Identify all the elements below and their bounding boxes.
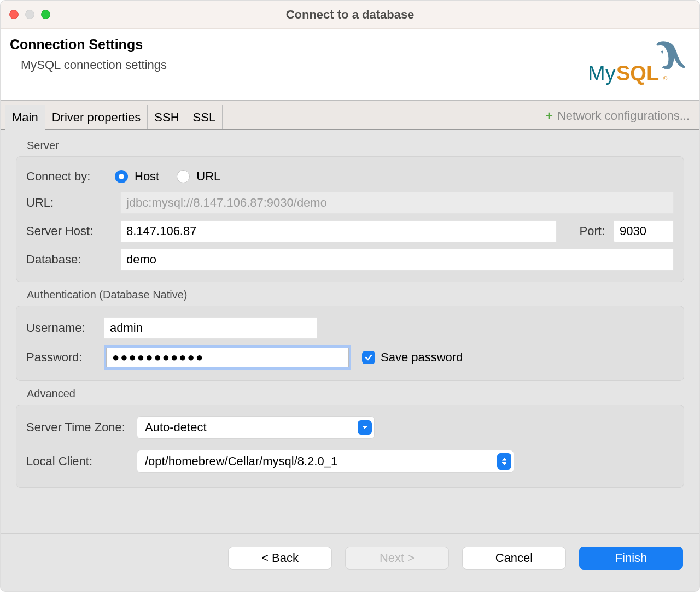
database-label: Database:	[26, 253, 114, 267]
local-client-select[interactable]: /opt/homebrew/Cellar/mysql/8.2.0_1	[137, 450, 514, 473]
titlebar: Connect to a database	[1, 1, 699, 29]
dialog-header: Connection Settings MySQL connection set…	[1, 29, 699, 100]
save-password-label: Save password	[381, 350, 463, 365]
connect-by-label: Connect by:	[26, 169, 108, 184]
window-title: Connect to a database	[1, 8, 699, 22]
svg-text:®: ®	[663, 75, 668, 81]
page-title: Connection Settings	[10, 37, 167, 52]
maximize-window-button[interactable]	[41, 10, 50, 19]
host-row: Server Host: Port:	[24, 217, 676, 245]
tab-driver-properties[interactable]: Driver properties	[45, 105, 148, 129]
auth-group: Username: Password: Save password	[16, 306, 684, 381]
dialog-window: Connect to a database Connection Setting…	[0, 0, 700, 592]
url-row: URL:	[24, 189, 676, 217]
timezone-select[interactable]: Auto-detect	[137, 416, 375, 439]
cancel-button[interactable]: Cancel	[462, 547, 566, 570]
checkbox-icon	[362, 351, 375, 364]
advanced-group: Server Time Zone: Auto-detect Local Clie…	[16, 405, 684, 488]
password-label: Password:	[26, 350, 97, 365]
timezone-label: Server Time Zone:	[26, 420, 130, 435]
port-field[interactable]	[614, 220, 674, 242]
auth-group-label: Authentication (Database Native)	[7, 282, 693, 306]
header-text: Connection Settings MySQL connection set…	[10, 37, 167, 72]
local-client-value: /opt/homebrew/Cellar/mysql/8.2.0_1	[145, 454, 497, 468]
host-field[interactable]	[120, 220, 557, 242]
window-controls	[9, 10, 50, 19]
close-window-button[interactable]	[9, 10, 19, 19]
password-field[interactable]	[106, 348, 349, 367]
radio-url[interactable]: URL	[177, 169, 220, 184]
minimize-window-button[interactable]	[25, 10, 34, 19]
advanced-group-label: Advanced	[7, 381, 693, 405]
network-configurations-button[interactable]: + Network configurations...	[545, 108, 690, 129]
username-label: Username:	[26, 321, 97, 335]
username-row: Username:	[24, 314, 676, 342]
tab-main[interactable]: Main	[5, 105, 45, 130]
radio-icon	[177, 170, 190, 183]
main-content: Server Connect by: Host URL URL: Server …	[1, 130, 699, 533]
port-label: Port:	[563, 224, 607, 238]
page-subtitle: MySQL connection settings	[21, 58, 167, 72]
connect-by-row: Connect by: Host URL	[24, 165, 676, 189]
server-group: Connect by: Host URL URL: Server Host: P…	[16, 156, 684, 282]
radio-icon	[115, 170, 128, 183]
mysql-logo: My SQL ®	[588, 37, 686, 90]
next-button: Next >	[345, 547, 449, 570]
plus-icon: +	[545, 108, 553, 124]
dialog-footer: < Back Next > Cancel Finish	[1, 533, 699, 591]
username-field[interactable]	[104, 317, 317, 339]
back-button[interactable]: < Back	[228, 547, 332, 570]
up-down-icon	[497, 453, 511, 470]
password-row: Password: Save password	[24, 342, 676, 373]
svg-text:My: My	[588, 62, 616, 85]
local-client-row: Local Client: /opt/homebrew/Cellar/mysql…	[24, 442, 676, 476]
save-password-checkbox[interactable]: Save password	[358, 350, 463, 365]
timezone-value: Auto-detect	[145, 420, 358, 435]
database-row: Database:	[24, 245, 676, 274]
tabs-row: Main Driver properties SSH SSL + Network…	[1, 100, 699, 130]
password-focus-ring	[104, 345, 351, 370]
timezone-row: Server Time Zone: Auto-detect	[24, 413, 676, 442]
tab-ssh[interactable]: SSH	[148, 105, 186, 129]
svg-text:SQL: SQL	[616, 62, 659, 85]
url-field	[120, 192, 674, 214]
server-group-label: Server	[7, 133, 693, 156]
host-label: Server Host:	[26, 224, 114, 238]
radio-url-label: URL	[196, 169, 220, 184]
local-client-label: Local Client:	[26, 454, 130, 468]
url-label: URL:	[26, 196, 114, 210]
radio-host[interactable]: Host	[115, 169, 159, 184]
network-configurations-label: Network configurations...	[557, 109, 690, 123]
finish-button[interactable]: Finish	[579, 547, 683, 570]
tab-ssl[interactable]: SSL	[186, 105, 223, 129]
radio-host-label: Host	[135, 169, 159, 184]
chevron-down-icon	[358, 420, 372, 435]
tabs: Main Driver properties SSH SSL	[5, 105, 223, 129]
database-field[interactable]	[120, 249, 674, 271]
